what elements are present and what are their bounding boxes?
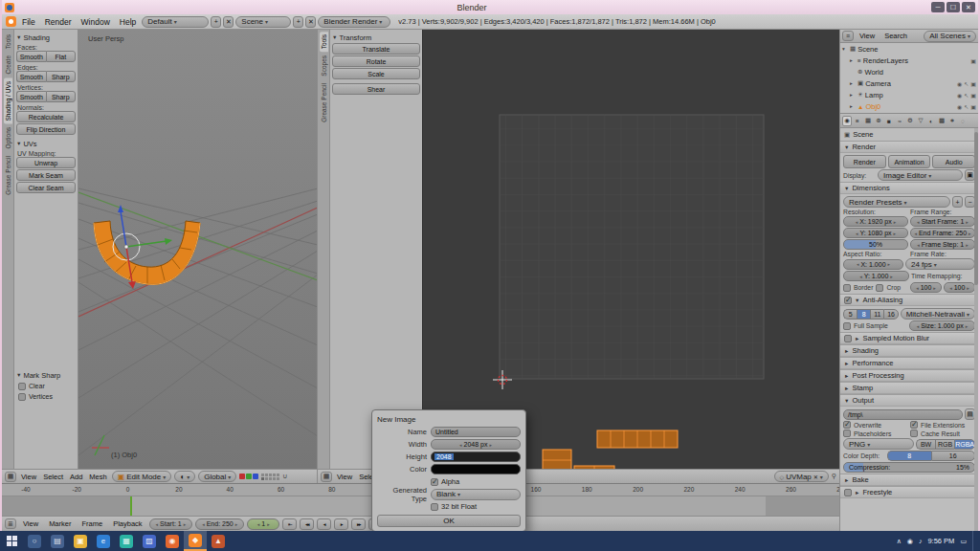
physics-tab[interactable]: ◌	[958, 116, 968, 126]
compression-slider[interactable]: Compression: 15%	[843, 462, 975, 473]
visibility-toggle-icon[interactable]: ◉	[957, 92, 962, 99]
scene-tab[interactable]: ▦	[863, 116, 873, 126]
tl-playback-menu[interactable]: Playback	[109, 519, 145, 528]
visibility-toggle-icon[interactable]: ◉	[957, 80, 962, 87]
shelf-tab-shading-uvs[interactable]: Shading / UVs	[4, 78, 12, 124]
bw-button[interactable]: BW	[916, 439, 935, 450]
resolution-x-field[interactable]: X: 1920 px	[843, 216, 908, 227]
uv-tab-grease-pencil[interactable]: Grease Pencil	[320, 80, 328, 125]
remap-old-field[interactable]: 100	[910, 282, 942, 293]
motion-blur-checkbox[interactable]	[844, 335, 852, 342]
particles-tab[interactable]: ∗	[947, 116, 957, 126]
outliner-row-camera[interactable]: ▸ ▣ Camera ◉ ↖ ▣	[840, 77, 978, 89]
render-engine-selector[interactable]: Blender Render	[318, 16, 390, 28]
add-layout-button[interactable]: +	[211, 16, 221, 28]
render-layers-tab[interactable]: ≡	[853, 116, 862, 126]
outliner-row-renderlayers[interactable]: ▸ ≡ RenderLayers ▣	[840, 55, 978, 66]
translate-button[interactable]: Translate	[332, 43, 420, 55]
output-panel-header[interactable]: ▼ Output	[840, 394, 978, 407]
rgb-button[interactable]: RGB	[935, 439, 954, 450]
outliner-row-world[interactable]: ⊕ World	[840, 66, 978, 77]
antialiasing-checkbox[interactable]	[844, 297, 852, 304]
layers-widget[interactable]	[261, 474, 279, 480]
current-frame-line[interactable]	[130, 496, 132, 516]
current-frame-field[interactable]: 1	[247, 518, 279, 530]
play-button[interactable]: ▸	[334, 518, 348, 530]
render-presets-selector[interactable]: Render Presets	[843, 196, 950, 208]
audio-button[interactable]: Audio	[932, 155, 975, 168]
post-processing-panel-header[interactable]: ► Post Processing	[840, 369, 978, 382]
volume-icon[interactable]: ♪	[919, 538, 923, 544]
file-extensions-checkbox[interactable]	[910, 421, 918, 429]
frame-rate-selector[interactable]: 24 fps	[905, 258, 975, 270]
start-frame-field[interactable]: Start Frame: 1	[910, 216, 975, 227]
image-height-field[interactable]: 2048	[431, 452, 521, 462]
clear-seam-button[interactable]: Clear Seam	[16, 182, 76, 193]
uv-map-selector[interactable]: ◇ UVMap ✕	[774, 471, 829, 482]
snap-magnet-icon[interactable]: ∪	[282, 473, 287, 480]
search-taskbar-icon[interactable]: ○	[23, 531, 46, 551]
faces-smooth-button[interactable]: Smooth	[16, 51, 46, 62]
modifiers-tab[interactable]: ⚙	[905, 116, 915, 126]
file-format-selector[interactable]: PNG	[843, 438, 914, 450]
menu-window[interactable]: Window	[78, 17, 114, 27]
action-center-icon[interactable]: ▭	[960, 538, 967, 545]
viewport-3d[interactable]: User Persp (1) Obj0	[78, 30, 317, 469]
tl-marker-menu[interactable]: Marker	[45, 519, 75, 528]
uv-view-menu[interactable]: View	[335, 473, 354, 481]
rotate-manipulator-icon[interactable]	[246, 474, 252, 479]
image-name-input[interactable]: Untitled	[431, 427, 521, 437]
depth-8-button[interactable]: 8	[887, 451, 931, 461]
scale-manipulator-icon[interactable]	[253, 474, 258, 479]
add-preset-button[interactable]: +	[952, 196, 963, 208]
dimensions-panel-header[interactable]: ▼ Dimensions	[840, 182, 978, 194]
menu-help[interactable]: Help	[116, 17, 140, 27]
tl-frame-menu[interactable]: Frame	[78, 519, 106, 528]
constraints-tab[interactable]: ≈	[895, 116, 904, 126]
render-panel-header[interactable]: ▼ Render	[840, 141, 978, 153]
recalculate-normals-button[interactable]: Recalculate	[16, 111, 76, 122]
translate-manipulator-icon[interactable]	[239, 474, 245, 479]
resolution-y-field[interactable]: Y: 1080 px	[843, 228, 908, 238]
show-desktop-button[interactable]	[972, 531, 976, 551]
selectability-toggle-icon[interactable]: ↖	[964, 92, 969, 99]
material-tab[interactable]: ◐	[926, 116, 936, 126]
visibility-toggle-icon[interactable]: ◉	[957, 103, 962, 110]
freestyle-checkbox[interactable]	[844, 489, 852, 496]
properties-scrollbar[interactable]	[974, 128, 978, 531]
aa-filter-selector[interactable]: Mitchell-Netravali	[901, 308, 975, 320]
ok-button[interactable]: OK	[377, 515, 521, 527]
performance-panel-header[interactable]: ► Performance	[840, 357, 978, 369]
unwrap-button[interactable]: Unwrap	[16, 157, 76, 168]
network-icon[interactable]: ◉	[907, 538, 913, 545]
manipulator-toggles[interactable]	[239, 474, 258, 479]
mode-selector[interactable]: ▣Edit Mode	[112, 471, 172, 482]
aspect-x-field[interactable]: X: 1.000	[843, 259, 903, 270]
operator-clear-option[interactable]: Clear	[16, 381, 76, 391]
operator-panel-header[interactable]: ▼ Mark Sharp	[16, 369, 76, 381]
object-tab[interactable]: ■	[884, 116, 894, 126]
outliner-row-scene[interactable]: ▾ ▦ Scene	[840, 43, 978, 55]
blender-taskbar-icon[interactable]: ◆	[184, 531, 207, 551]
vertices-checkbox[interactable]	[18, 393, 26, 401]
placeholders-checkbox[interactable]	[843, 430, 851, 437]
render-tab[interactable]: ◉	[842, 116, 852, 126]
menu-file[interactable]: File	[18, 17, 39, 27]
expand-icon[interactable]: ▸	[850, 92, 856, 98]
expand-icon[interactable]: ▸	[850, 80, 856, 86]
media-player-taskbar-icon[interactable]: ▲	[207, 531, 230, 551]
shading-panel-header[interactable]: ▼ Shading	[16, 32, 76, 43]
outliner-filter-selector[interactable]: All Scenes	[924, 31, 976, 42]
selectability-toggle-icon[interactable]: ↖	[964, 80, 969, 87]
tl-view-menu[interactable]: View	[19, 519, 42, 528]
aspect-y-field[interactable]: Y: 1.000	[843, 271, 909, 281]
edges-sharp-button[interactable]: Sharp	[46, 71, 77, 82]
clear-uv-map-icon[interactable]: ✕	[813, 474, 818, 480]
end-frame-field[interactable]: End Frame: 250	[910, 228, 975, 238]
uv-canvas[interactable]	[423, 30, 839, 469]
mesh-menu[interactable]: Mesh	[87, 473, 108, 481]
bake-panel-header[interactable]: ► Bake	[840, 474, 978, 486]
clear-checkbox[interactable]	[18, 383, 26, 390]
alpha-checkbox[interactable]	[431, 478, 438, 486]
play-reverse-button[interactable]: ◂	[317, 518, 331, 530]
